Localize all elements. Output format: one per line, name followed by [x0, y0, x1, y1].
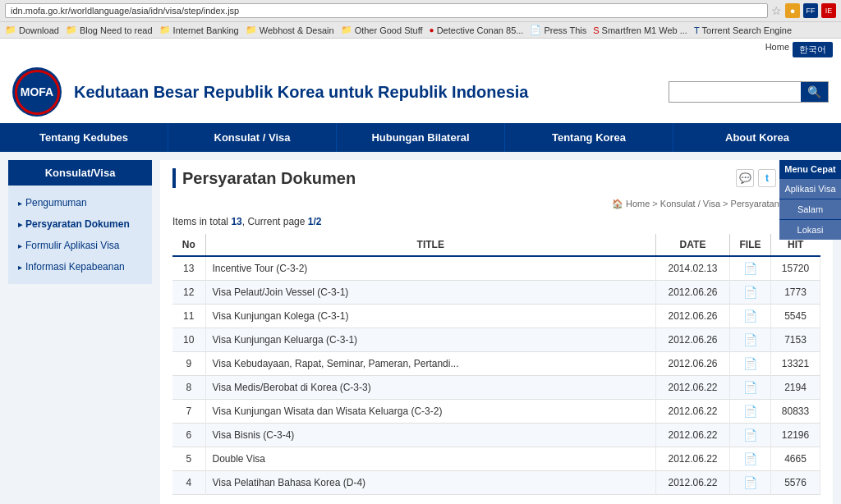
cell-title[interactable]: Visa Medis/Berobat di Korea (C-3-3)	[205, 376, 656, 400]
browser-icon-1[interactable]: ●	[785, 3, 800, 18]
cell-title[interactable]: Incentive Tour (C-3-2)	[205, 256, 656, 281]
cell-date: 2012.06.26	[656, 305, 730, 328]
cell-file[interactable]: 📄	[730, 471, 771, 495]
home-link[interactable]: Home	[765, 42, 789, 57]
cell-title[interactable]: Visa Kunjungan Kolega (C-3-1)	[205, 305, 656, 328]
cell-file[interactable]: 📄	[730, 305, 771, 328]
table-row[interactable]: 13 Incentive Tour (C-3-2) 2014.02.13 📄 1…	[172, 256, 820, 281]
bookmark-torrent[interactable]: T Torrent Search Engine	[694, 25, 792, 35]
table-row[interactable]: 11 Visa Kunjungan Kolega (C-3-1) 2012.06…	[172, 305, 820, 328]
share-comment-icon[interactable]: 💬	[736, 169, 754, 187]
cell-file[interactable]: 📄	[730, 424, 771, 447]
file-icon: 📄	[743, 452, 757, 465]
table-row[interactable]: 10 Visa Kunjungan Keluarga (C-3-1) 2012.…	[172, 328, 820, 352]
cell-date: 2012.06.22	[656, 471, 730, 495]
nav-hubungan-bilateral[interactable]: Hubungan Bilateral	[337, 123, 505, 152]
site-logo[interactable]: MOFA	[12, 67, 62, 117]
cell-hit: 1773	[771, 281, 820, 305]
browser-icon-3[interactable]: IE	[821, 3, 836, 18]
bookmarks-bar: 📁 Download 📁 Blog Need to read 📁 Interne…	[0, 22, 841, 39]
cell-hit: 5545	[771, 305, 820, 328]
cell-file[interactable]: 📄	[730, 447, 771, 471]
cell-hit: 2194	[771, 376, 820, 400]
table-row[interactable]: 5 Double Visa 2012.06.22 📄 4665	[172, 447, 820, 471]
sidebar-item-pengumuman[interactable]: ▸ Pengumuman	[8, 192, 152, 213]
cell-no: 6	[172, 424, 205, 447]
quickmenu-salam[interactable]: Salam	[779, 199, 841, 219]
cell-title[interactable]: Visa Pelaut/Join Vessel (C-3-1)	[205, 281, 656, 305]
sidebar-item-informasi[interactable]: ▸ Informasi Kepabeanan	[8, 256, 152, 277]
table-row[interactable]: 9 Visa Kebudayaan, Rapat, Seminar, Pamer…	[172, 352, 820, 376]
page-icon: ●	[430, 25, 434, 34]
file-icon: 📄	[743, 381, 757, 394]
folder-icon: 📁	[66, 25, 77, 35]
file-icon: 📄	[743, 262, 757, 275]
content-wrapper: Konsulat/Visa ▸ Pengumuman ▸ Persyaratan…	[0, 152, 841, 504]
table-row[interactable]: 6 Visa Bisnis (C-3-4) 2012.06.22 📄 12196	[172, 424, 820, 447]
site-title: Kedutaan Besar Republik Korea untuk Repu…	[74, 83, 656, 102]
bookmark-smartfren[interactable]: S Smartfren M1 Web ...	[593, 25, 687, 35]
file-icon: 📄	[743, 405, 757, 418]
sidebar-item-formulir[interactable]: ▸ Formulir Aplikasi Visa	[8, 235, 152, 256]
cell-file[interactable]: 📄	[730, 352, 771, 376]
bookmark-blog[interactable]: 📁 Blog Need to read	[66, 25, 153, 35]
share-twitter-icon[interactable]: t	[758, 169, 776, 187]
cell-title[interactable]: Visa Bisnis (C-3-4)	[205, 424, 656, 447]
cell-file[interactable]: 📄	[730, 400, 771, 424]
cell-title[interactable]: Visa Kunjungan Keluarga (C-3-1)	[205, 328, 656, 352]
logo-inner: MOFA	[15, 70, 60, 115]
sidebar-header: Konsulat/Visa	[8, 160, 152, 186]
search-button[interactable]: 🔍	[801, 82, 828, 102]
table-row[interactable]: 4 Visa Pelatihan Bahasa Korea (D-4) 2012…	[172, 471, 820, 495]
cell-file[interactable]: 📄	[730, 281, 771, 305]
bookmark-download[interactable]: 📁 Download	[5, 25, 59, 35]
korean-link[interactable]: 한국어	[793, 42, 833, 57]
cell-date: 2014.02.13	[656, 256, 730, 281]
bookmark-press[interactable]: 📄 Press This	[530, 25, 586, 35]
cell-no: 12	[172, 281, 205, 305]
cell-no: 11	[172, 305, 205, 328]
col-title: TITLE	[205, 234, 656, 256]
address-bar[interactable]: idn.mofa.go.kr/worldlanguage/asia/idn/vi…	[5, 3, 768, 18]
table-header-row: No TITLE DATE FILE HIT	[172, 234, 820, 256]
bookmark-detective[interactable]: ● Detective Conan 85...	[430, 25, 524, 35]
cell-title[interactable]: Double Visa	[205, 447, 656, 471]
cell-title[interactable]: Visa Kunjungan Wisata dan Wisata Keluarg…	[205, 400, 656, 424]
quickmenu-lokasi[interactable]: Lokasi	[779, 219, 841, 240]
arrow-icon: ▸	[18, 241, 22, 250]
quickmenu-aplikasi[interactable]: Aplikasi Visa	[779, 178, 841, 199]
cell-hit: 15720	[771, 256, 820, 281]
main-content: Menu Cepat Aplikasi Visa Salam Lokasi Pe…	[160, 160, 833, 504]
sidebar: Konsulat/Visa ▸ Pengumuman ▸ Persyaratan…	[8, 160, 152, 504]
folder-icon: 📁	[159, 25, 171, 35]
table-row[interactable]: 8 Visa Medis/Berobat di Korea (C-3-3) 20…	[172, 376, 820, 400]
browser-icon-2[interactable]: FF	[803, 3, 818, 18]
bookmark-webhost[interactable]: 📁 Webhost & Desain	[246, 25, 334, 35]
cell-hit: 7153	[771, 328, 820, 352]
col-date: DATE	[656, 234, 730, 256]
cell-file[interactable]: 📄	[730, 376, 771, 400]
bookmark-star-icon[interactable]: ☆	[771, 4, 782, 17]
file-icon: 📄	[743, 309, 757, 323]
cell-file[interactable]: 📄	[730, 328, 771, 352]
table-row[interactable]: 12 Visa Pelaut/Join Vessel (C-3-1) 2012.…	[172, 281, 820, 305]
cell-title[interactable]: Visa Kebudayaan, Rapat, Seminar, Pameran…	[205, 352, 656, 376]
cell-title[interactable]: Visa Pelatihan Bahasa Korea (D-4)	[205, 471, 656, 495]
table-row[interactable]: 7 Visa Kunjungan Wisata dan Wisata Kelua…	[172, 400, 820, 424]
bookmark-other[interactable]: 📁 Other Good Stuff	[341, 25, 423, 35]
cell-hit: 5576	[771, 471, 820, 495]
cell-date: 2012.06.22	[656, 424, 730, 447]
file-icon: 📄	[743, 428, 757, 442]
header-main: MOFA Kedutaan Besar Republik Korea untuk…	[0, 61, 841, 123]
nav-about-korea[interactable]: About Korea	[673, 123, 841, 152]
sidebar-content: ▸ Pengumuman ▸ Persyaratan Dokumen ▸ For…	[8, 186, 152, 284]
sidebar-item-persyaratan[interactable]: ▸ Persyaratan Dokumen	[8, 213, 152, 235]
file-icon: 📄	[743, 357, 757, 370]
search-input[interactable]	[669, 82, 801, 102]
nav-tentang-korea[interactable]: Tentang Korea	[505, 123, 673, 152]
cell-no: 9	[172, 352, 205, 376]
nav-tentang-kedubes[interactable]: Tentang Kedubes	[0, 123, 168, 152]
cell-file[interactable]: 📄	[730, 256, 771, 281]
bookmark-banking[interactable]: 📁 Internet Banking	[159, 25, 239, 35]
nav-konsulat-visa[interactable]: Konsulat / Visa	[168, 123, 337, 152]
